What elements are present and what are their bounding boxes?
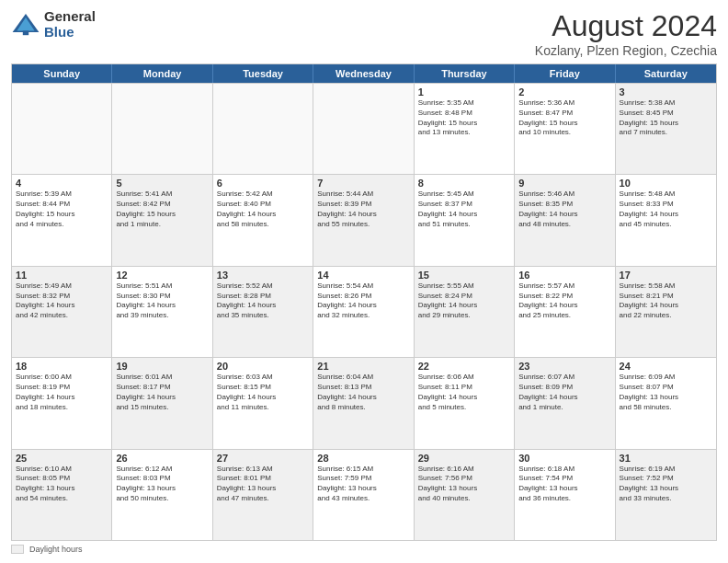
calendar-cell: 13Sunrise: 5:52 AM Sunset: 8:28 PM Dayli… — [213, 267, 313, 357]
calendar-row: 1Sunrise: 5:35 AM Sunset: 8:48 PM Daylig… — [12, 83, 716, 174]
day-number: 7 — [317, 178, 409, 189]
day-number: 28 — [317, 453, 409, 464]
calendar-cell: 14Sunrise: 5:54 AM Sunset: 8:26 PM Dayli… — [313, 267, 414, 357]
calendar-row: 4Sunrise: 5:39 AM Sunset: 8:44 PM Daylig… — [12, 174, 716, 265]
calendar-cell: 25Sunrise: 6:10 AM Sunset: 8:05 PM Dayli… — [12, 450, 112, 540]
calendar-header: SundayMondayTuesdayWednesdayThursdayFrid… — [12, 64, 716, 83]
day-number: 13 — [217, 270, 309, 281]
day-number: 19 — [116, 361, 208, 372]
calendar-cell: 30Sunrise: 6:18 AM Sunset: 7:54 PM Dayli… — [515, 450, 615, 540]
cell-details: Sunrise: 5:45 AM Sunset: 8:37 PM Dayligh… — [418, 190, 510, 229]
calendar-cell: 15Sunrise: 5:55 AM Sunset: 8:24 PM Dayli… — [415, 267, 515, 357]
cell-details: Sunrise: 6:13 AM Sunset: 8:01 PM Dayligh… — [217, 465, 309, 504]
day-number: 5 — [116, 178, 208, 189]
calendar-header-cell: Monday — [112, 64, 212, 83]
day-number: 25 — [16, 453, 108, 464]
calendar-cell: 29Sunrise: 6:16 AM Sunset: 7:56 PM Dayli… — [415, 450, 515, 540]
calendar-cell: 26Sunrise: 6:12 AM Sunset: 8:03 PM Dayli… — [112, 450, 212, 540]
daylight-box — [11, 545, 24, 554]
cell-details: Sunrise: 5:58 AM Sunset: 8:21 PM Dayligh… — [620, 282, 712, 321]
cell-details: Sunrise: 5:41 AM Sunset: 8:42 PM Dayligh… — [116, 190, 208, 229]
day-number: 17 — [620, 270, 712, 281]
day-number: 2 — [518, 86, 610, 98]
calendar-cell: 24Sunrise: 6:09 AM Sunset: 8:07 PM Dayli… — [616, 358, 716, 448]
calendar-cell: 1Sunrise: 5:35 AM Sunset: 8:48 PM Daylig… — [415, 84, 515, 174]
cell-details: Sunrise: 6:06 AM Sunset: 8:11 PM Dayligh… — [418, 373, 510, 412]
day-number: 8 — [418, 178, 510, 189]
cell-details: Sunrise: 5:51 AM Sunset: 8:30 PM Dayligh… — [116, 282, 208, 321]
calendar-row: 18Sunrise: 6:00 AM Sunset: 8:19 PM Dayli… — [12, 357, 716, 448]
cell-details: Sunrise: 6:01 AM Sunset: 8:17 PM Dayligh… — [116, 373, 208, 412]
calendar-cell: 16Sunrise: 5:57 AM Sunset: 8:22 PM Dayli… — [515, 267, 615, 357]
logo: General Blue — [11, 9, 96, 40]
day-number: 20 — [217, 361, 309, 372]
main-title: August 2024 — [535, 9, 717, 43]
calendar-cell: 31Sunrise: 6:19 AM Sunset: 7:52 PM Dayli… — [616, 450, 716, 540]
calendar-cell — [12, 84, 112, 174]
calendar-cell: 12Sunrise: 5:51 AM Sunset: 8:30 PM Dayli… — [112, 267, 212, 357]
calendar-cell — [213, 84, 313, 174]
day-number: 6 — [217, 178, 309, 189]
cell-details: Sunrise: 5:44 AM Sunset: 8:39 PM Dayligh… — [317, 190, 409, 229]
cell-details: Sunrise: 6:16 AM Sunset: 7:56 PM Dayligh… — [418, 465, 510, 504]
calendar-header-cell: Saturday — [616, 64, 716, 83]
calendar-cell: 7Sunrise: 5:44 AM Sunset: 8:39 PM Daylig… — [313, 175, 414, 265]
logo-text: General Blue — [44, 9, 96, 40]
day-number: 21 — [317, 361, 409, 372]
calendar-body: 1Sunrise: 5:35 AM Sunset: 8:48 PM Daylig… — [12, 83, 716, 540]
cell-details: Sunrise: 6:15 AM Sunset: 7:59 PM Dayligh… — [317, 465, 409, 504]
cell-details: Sunrise: 6:09 AM Sunset: 8:07 PM Dayligh… — [620, 373, 712, 412]
calendar-cell: 4Sunrise: 5:39 AM Sunset: 8:44 PM Daylig… — [12, 175, 112, 265]
day-number: 1 — [418, 86, 510, 98]
cell-details: Sunrise: 6:18 AM Sunset: 7:54 PM Dayligh… — [518, 465, 610, 504]
calendar-cell: 9Sunrise: 5:46 AM Sunset: 8:35 PM Daylig… — [515, 175, 615, 265]
day-number: 23 — [518, 361, 610, 372]
cell-details: Sunrise: 6:19 AM Sunset: 7:52 PM Dayligh… — [620, 465, 712, 504]
calendar: SundayMondayTuesdayWednesdayThursdayFrid… — [11, 63, 717, 541]
svg-rect-2 — [23, 30, 28, 35]
day-number: 26 — [116, 453, 208, 464]
logo-icon — [11, 10, 40, 40]
calendar-cell: 23Sunrise: 6:07 AM Sunset: 8:09 PM Dayli… — [515, 358, 615, 448]
cell-details: Sunrise: 5:39 AM Sunset: 8:44 PM Dayligh… — [16, 190, 108, 229]
cell-details: Sunrise: 6:04 AM Sunset: 8:13 PM Dayligh… — [317, 373, 409, 412]
day-number: 14 — [317, 270, 409, 281]
calendar-cell: 2Sunrise: 5:36 AM Sunset: 8:47 PM Daylig… — [515, 84, 615, 174]
calendar-cell: 5Sunrise: 5:41 AM Sunset: 8:42 PM Daylig… — [112, 175, 212, 265]
title-block: August 2024 Kozlany, Plzen Region, Czech… — [535, 9, 717, 58]
calendar-header-cell: Tuesday — [213, 64, 313, 83]
calendar-cell: 10Sunrise: 5:48 AM Sunset: 8:33 PM Dayli… — [616, 175, 716, 265]
calendar-cell: 19Sunrise: 6:01 AM Sunset: 8:17 PM Dayli… — [112, 358, 212, 448]
cell-details: Sunrise: 5:38 AM Sunset: 8:45 PM Dayligh… — [620, 98, 712, 138]
day-number: 10 — [620, 178, 712, 189]
logo-blue-label: Blue — [44, 25, 96, 40]
calendar-row: 11Sunrise: 5:49 AM Sunset: 8:32 PM Dayli… — [12, 266, 716, 357]
cell-details: Sunrise: 6:07 AM Sunset: 8:09 PM Dayligh… — [518, 373, 610, 412]
calendar-cell: 11Sunrise: 5:49 AM Sunset: 8:32 PM Dayli… — [12, 267, 112, 357]
calendar-cell: 8Sunrise: 5:45 AM Sunset: 8:37 PM Daylig… — [415, 175, 515, 265]
day-number: 22 — [418, 361, 510, 372]
footer: Daylight hours — [11, 545, 717, 554]
calendar-cell: 6Sunrise: 5:42 AM Sunset: 8:40 PM Daylig… — [213, 175, 313, 265]
day-number: 24 — [620, 361, 712, 372]
day-number: 4 — [16, 178, 108, 189]
day-number: 18 — [16, 361, 108, 372]
calendar-cell — [313, 84, 414, 174]
calendar-cell: 20Sunrise: 6:03 AM Sunset: 8:15 PM Dayli… — [213, 358, 313, 448]
header: General Blue August 2024 Kozlany, Plzen … — [11, 9, 717, 58]
calendar-header-cell: Wednesday — [313, 64, 414, 83]
calendar-cell: 18Sunrise: 6:00 AM Sunset: 8:19 PM Dayli… — [12, 358, 112, 448]
day-number: 11 — [16, 270, 108, 281]
day-number: 31 — [620, 453, 712, 464]
calendar-cell: 28Sunrise: 6:15 AM Sunset: 7:59 PM Dayli… — [313, 450, 414, 540]
day-number: 27 — [217, 453, 309, 464]
day-number: 30 — [518, 453, 610, 464]
calendar-cell — [112, 84, 212, 174]
calendar-cell: 27Sunrise: 6:13 AM Sunset: 8:01 PM Dayli… — [213, 450, 313, 540]
logo-general-label: General — [44, 9, 96, 25]
calendar-header-cell: Sunday — [12, 64, 112, 83]
cell-details: Sunrise: 5:54 AM Sunset: 8:26 PM Dayligh… — [317, 282, 409, 321]
day-number: 29 — [418, 453, 510, 464]
calendar-row: 25Sunrise: 6:10 AM Sunset: 8:05 PM Dayli… — [12, 449, 716, 540]
calendar-cell: 22Sunrise: 6:06 AM Sunset: 8:11 PM Dayli… — [415, 358, 515, 448]
